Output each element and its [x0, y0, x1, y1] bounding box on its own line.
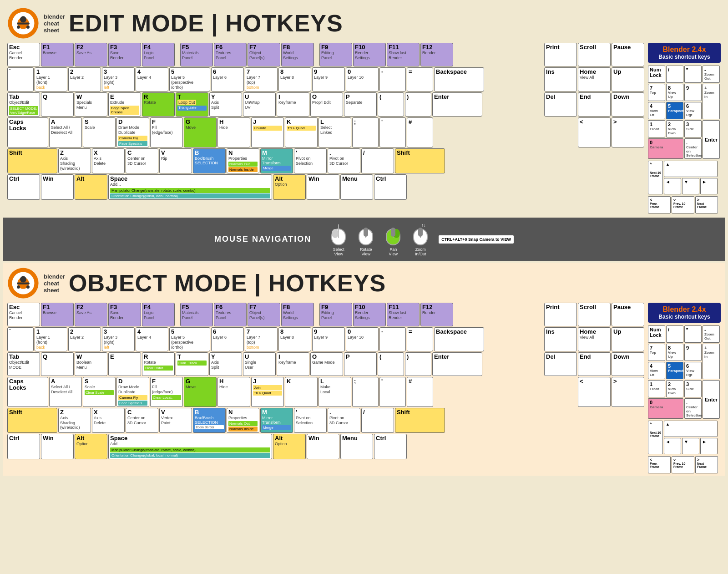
key-f[interactable]: F Fill(edge/face) [150, 117, 183, 147]
obj-key-minus[interactable]: - [379, 327, 406, 351]
obj-key-slash[interactable]: / [361, 408, 394, 433]
obj-key-pause[interactable]: Pause [612, 303, 644, 326]
obj-numpad-lock[interactable]: NumLock [648, 325, 665, 343]
key-hash[interactable]: # [407, 117, 433, 147]
obj-key-tab[interactable]: Tab Object/EditMODE [7, 352, 40, 376]
obj-numpad-enter[interactable]: Enter [703, 380, 720, 419]
key-minus[interactable]: - [379, 67, 406, 91]
obj-key-1[interactable]: 1 Layer 1(front)back [35, 327, 67, 351]
key-f5[interactable]: F5 MaterialsPanel [180, 43, 213, 66]
obj-key-semicolon[interactable]: ; [352, 377, 379, 407]
key-7[interactable]: 7 Layer 7(top)bottom [245, 67, 278, 91]
obj-numpad-3[interactable]: 3 Side [684, 380, 702, 397]
key-2[interactable]: 2 Layer 2 [68, 67, 101, 91]
obj-key-del[interactable]: Del [544, 352, 577, 376]
key-a[interactable]: A Select All /Deselect All [49, 117, 82, 147]
key-lt-frame[interactable]: < Prev.Frame [648, 196, 671, 213]
key-home[interactable]: Home View All [578, 67, 611, 91]
key-esc[interactable]: Esc CancelRender [7, 43, 40, 66]
obj-key-down[interactable]: Down [612, 352, 644, 376]
obj-key-alt[interactable]: Alt Option [75, 434, 107, 459]
obj-key-esc[interactable]: Esc CancelRender [7, 303, 40, 326]
obj-numpad-plus[interactable]: + Zoom In [703, 344, 720, 379]
obj-key-8[interactable]: 8 Layer 8 [278, 327, 311, 351]
key-x[interactable]: X AxisDelete [92, 148, 125, 173]
key-arrow-up[interactable]: ▲ [664, 161, 718, 177]
obj-key-o[interactable]: O Game Mode [310, 352, 343, 376]
key-pause[interactable]: Pause [612, 43, 644, 66]
obj-key-f[interactable]: F Fill(edge/face) Clear Locat. [150, 377, 183, 407]
key-u[interactable]: U UnWrapUV [243, 92, 276, 117]
key-ctrl-right[interactable]: Ctrl [374, 174, 407, 200]
obj-key-space[interactable]: Space Add... Manipulator Change(translat… [108, 434, 272, 459]
obj-key-f12[interactable]: F12 Render [420, 303, 453, 326]
key-up[interactable]: Up [612, 67, 644, 91]
key-f6[interactable]: F6 TexturesPanel [214, 43, 247, 66]
obj-key-f1[interactable]: F1 Browse [41, 303, 74, 326]
obj-key-h[interactable]: H Hide [217, 377, 250, 407]
obj-key-comma[interactable]: ' Pivot onSelection [294, 408, 327, 433]
obj-key-q[interactable]: Q [41, 352, 74, 376]
obj-arrow-right[interactable]: ► [700, 438, 718, 454]
key-6[interactable]: 6 Layer 6 [211, 67, 244, 91]
key-f7[interactable]: F7 ObjectPanel(s) [248, 43, 280, 66]
obj-key-equals[interactable]: = [407, 327, 433, 351]
obj-arrow-down[interactable]: ▼ [682, 438, 699, 454]
key-0[interactable]: 0 Layer 10 [346, 67, 379, 91]
key-f2[interactable]: F2 Save As [75, 43, 107, 66]
obj-key-win[interactable]: Win [41, 434, 74, 459]
obj-key-6[interactable]: 6 Layer 6 [211, 327, 244, 351]
key-apostrophe[interactable]: ' [379, 117, 406, 147]
obj-numpad-minus-zoom[interactable]: - Zoom Out [703, 325, 720, 343]
obj-numpad-1[interactable]: 1 Front [648, 380, 665, 397]
key-comma[interactable]: ' Pivot onSelection [294, 148, 327, 173]
obj-key-enter-top[interactable]: Enter [432, 352, 482, 376]
key-z[interactable]: Z AxisShading(wire/solid) [58, 148, 91, 173]
key-arrow-down[interactable]: ▼ [682, 178, 699, 194]
obj-key-3[interactable]: 3 Layer 3(right)left [102, 327, 135, 351]
obj-key-shift-right[interactable]: Shift [395, 408, 445, 433]
obj-key-v[interactable]: V VertexPaint [159, 408, 192, 433]
numpad-3[interactable]: 3 Side [684, 120, 702, 137]
key-g[interactable]: G Move [184, 117, 217, 147]
key-v-frame[interactable]: v Prev. 10Frame [672, 196, 694, 213]
obj-key-f4[interactable]: F4 LogicPanel [142, 303, 175, 326]
obj-key-f2[interactable]: F2 Save As [75, 303, 107, 326]
key-1[interactable]: 1 Layer 1(front)back [35, 67, 67, 91]
key-n[interactable]: N Properties Normals Out Normals Inside [227, 148, 259, 173]
obj-key-home[interactable]: Home View All [578, 327, 611, 351]
key-semicolon[interactable]: ; [352, 117, 379, 147]
key-9[interactable]: 9 Layer 9 [312, 67, 345, 91]
key-s[interactable]: S Scale [83, 117, 116, 147]
obj-key-alt-right[interactable]: Alt Option [273, 434, 306, 459]
obj-key-t[interactable]: T Cam. Track [176, 352, 208, 376]
key-f8[interactable]: F8 WorldSettings [281, 43, 314, 66]
key-win-right[interactable]: Win [307, 174, 339, 200]
key-left-arrow[interactable]: < [578, 117, 611, 147]
obj-key-p[interactable]: P [344, 352, 377, 376]
key-shift-left[interactable]: Shift [7, 148, 57, 173]
obj-key-caps[interactable]: CapsLocks [7, 377, 48, 407]
obj-key-f7[interactable]: F7 ObjectPanel(s) [248, 303, 280, 326]
key-c[interactable]: C Center on3D Cursor [126, 148, 158, 173]
obj-key-u[interactable]: U SingleUser [243, 352, 276, 376]
obj-key-backtick[interactable]: ` [7, 327, 34, 351]
obj-numpad-6[interactable]: 6 View Rgt [684, 362, 702, 379]
numpad-8[interactable]: 8 View Up [666, 84, 683, 101]
obj-numpad-2[interactable]: 2 View Dwn [666, 380, 683, 397]
key-shift-right[interactable]: Shift [395, 148, 445, 173]
obj-key-l[interactable]: L MakeLocal [318, 377, 351, 407]
obj-numpad-8[interactable]: 8 View Up [666, 344, 683, 361]
key-k[interactable]: K Tri > Quad [285, 117, 318, 147]
key-openbracket[interactable]: ( [378, 92, 404, 117]
key-f1[interactable]: F1 Browse [41, 43, 74, 66]
numpad-1[interactable]: 1 Front [648, 120, 665, 137]
obj-v-frame[interactable]: v Prev. 10Frame [672, 456, 694, 473]
key-arrow-left[interactable]: ◄ [664, 178, 681, 194]
key-w[interactable]: W SpecialsMenu [75, 92, 107, 117]
obj-numpad-5[interactable]: 5 Perspective [666, 362, 683, 379]
obj-key-r[interactable]: R Rotate Clear Rotat. [142, 352, 175, 376]
obj-gt-frame[interactable]: > NextFrame [695, 456, 718, 473]
obj-key-9[interactable]: 9 Layer 9 [312, 327, 345, 351]
key-equals[interactable]: = [407, 67, 433, 91]
